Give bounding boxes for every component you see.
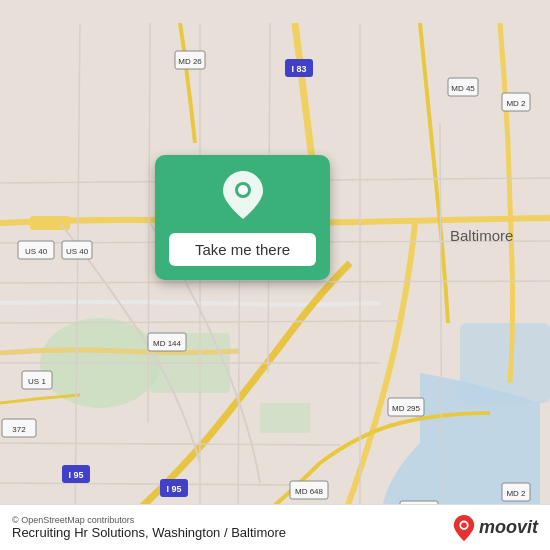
svg-text:I 83: I 83	[291, 64, 306, 74]
moovit-logo: moovit	[453, 515, 538, 541]
svg-text:I 95: I 95	[166, 484, 181, 494]
location-label: Recruiting Hr Solutions, Washington / Ba…	[12, 525, 286, 540]
take-me-there-button[interactable]: Take me there	[169, 233, 316, 266]
moovit-brand-text: moovit	[479, 517, 538, 538]
popup-card: Take me there	[155, 155, 330, 280]
svg-text:US 1: US 1	[28, 377, 46, 386]
svg-text:MD 295: MD 295	[392, 404, 421, 413]
svg-rect-3	[260, 403, 310, 433]
moovit-pin-icon	[453, 515, 475, 541]
svg-text:US 40: US 40	[25, 247, 48, 256]
svg-text:MD 648: MD 648	[295, 487, 324, 496]
svg-text:US 40: US 40	[66, 247, 89, 256]
svg-point-40	[461, 522, 467, 528]
svg-point-38	[238, 185, 248, 195]
location-pin-icon	[223, 171, 263, 223]
svg-text:Baltimore: Baltimore	[450, 227, 513, 244]
svg-rect-4	[460, 323, 550, 403]
map-container: I 83 MD 26 MD 45 MD 2 US 40 US 40 MD 144…	[0, 0, 550, 550]
osm-attribution: © OpenStreetMap contributors	[12, 515, 286, 525]
bottom-left-info: © OpenStreetMap contributors Recruiting …	[12, 515, 286, 540]
svg-text:MD 2: MD 2	[506, 99, 526, 108]
svg-text:I 95: I 95	[68, 470, 83, 480]
bottom-bar: © OpenStreetMap contributors Recruiting …	[0, 504, 550, 550]
svg-text:MD 26: MD 26	[178, 57, 202, 66]
svg-text:MD 144: MD 144	[153, 339, 182, 348]
svg-text:MD 2: MD 2	[506, 489, 526, 498]
svg-text:MD 45: MD 45	[451, 84, 475, 93]
svg-text:372: 372	[12, 425, 26, 434]
